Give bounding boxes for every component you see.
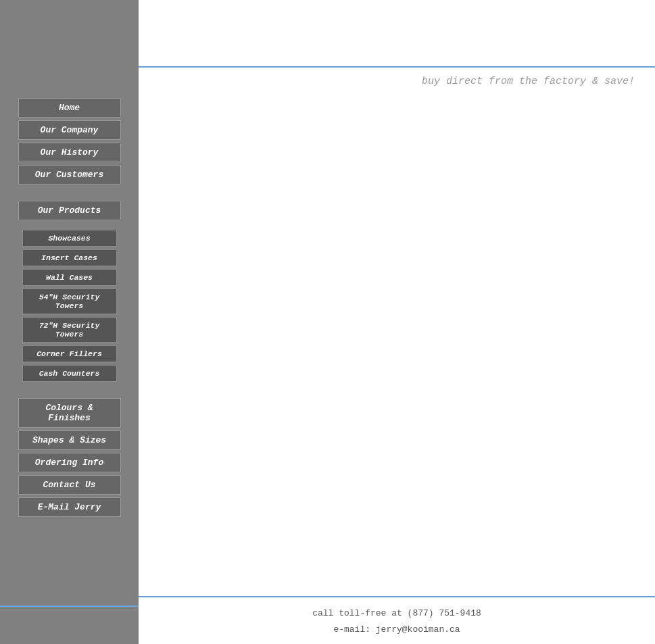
nav-email-jerry[interactable]: E-Mail Jerry bbox=[18, 497, 121, 517]
nav-corner-fillers[interactable]: Corner Fillers bbox=[22, 345, 117, 362]
nav-54h-security-towers[interactable]: 54"H Security Towers bbox=[22, 289, 117, 314]
nav-our-history[interactable]: Our History bbox=[18, 143, 121, 162]
nav-72h-security-towers[interactable]: 72"H Security Towers bbox=[22, 317, 117, 343]
nav-our-products[interactable]: Our Products bbox=[18, 201, 121, 220]
content-area bbox=[139, 87, 655, 596]
nav-our-company[interactable]: Our Company bbox=[18, 120, 121, 140]
nav-wall-cases[interactable]: Wall Cases bbox=[22, 269, 117, 286]
nav-ordering-info[interactable]: Ordering Info bbox=[18, 453, 121, 472]
nav-our-customers[interactable]: Our Customers bbox=[18, 165, 121, 184]
nav-shapes-sizes[interactable]: Shapes & Sizes bbox=[18, 430, 121, 450]
sidebar-bottom-line bbox=[0, 605, 139, 607]
footer-email: e-mail: jerry@kooiman.ca bbox=[139, 622, 655, 637]
sidebar: Home Our Company Our History Our Custome… bbox=[0, 0, 139, 644]
nav-insert-cases[interactable]: Insert Cases bbox=[22, 249, 117, 266]
nav-cash-counters[interactable]: Cash Counters bbox=[22, 365, 117, 382]
nav-showcases[interactable]: Showcases bbox=[22, 230, 117, 247]
nav-contact-us[interactable]: Contact Us bbox=[18, 475, 121, 495]
footer: call toll-free at (877) 751-9418 e-mail:… bbox=[139, 596, 655, 644]
tagline: buy direct from the factory & save! bbox=[139, 68, 655, 87]
nav-home[interactable]: Home bbox=[18, 98, 121, 118]
footer-phone: call toll-free at (877) 751-9418 bbox=[139, 605, 655, 621]
nav-colours-finishes[interactable]: Colours & Finishes bbox=[18, 398, 121, 428]
main-content: buy direct from the factory & save! call… bbox=[139, 0, 655, 644]
